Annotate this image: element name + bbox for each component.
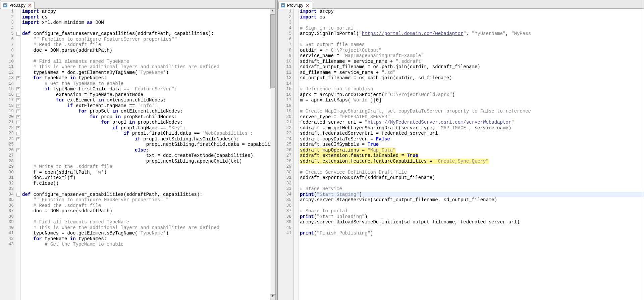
left-editor-pane: Pro33.py 1234567891011121314151617181920… <box>0 0 276 300</box>
line-number-gutter: 1234567891011121314151617181920212223242… <box>278 9 294 300</box>
fold-margin[interactable] <box>16 9 21 300</box>
svg-rect-1 <box>4 4 7 4</box>
scroll-thumb[interactable] <box>270 14 275 88</box>
tab-pro33[interactable]: Pro33.py <box>1 2 35 9</box>
scroll-track[interactable] <box>270 14 275 294</box>
fold-margin[interactable] <box>294 9 299 300</box>
close-icon[interactable] <box>28 3 32 8</box>
left-editor-body: 1234567891011121314151617181920212223242… <box>0 9 275 300</box>
code-area[interactable]: import arcpy import os # Sign in to port… <box>299 9 644 300</box>
scroll-down-button[interactable]: ▼ <box>270 294 275 300</box>
tab-label: Pro34.py <box>287 3 303 8</box>
scroll-up-button[interactable]: ▲ <box>270 9 275 14</box>
svg-rect-9 <box>282 5 284 6</box>
tab-label: Pro33.py <box>9 3 25 8</box>
close-icon[interactable] <box>305 3 310 8</box>
python-file-icon <box>3 3 8 8</box>
svg-rect-8 <box>282 5 284 5</box>
vertical-scrollbar[interactable]: ▲ ▼ <box>270 9 275 300</box>
python-file-icon <box>281 3 285 8</box>
right-editor-pane: Pro34.py 1234567891011121314151617181920… <box>278 0 644 300</box>
code-area[interactable]: import arcpy import os import xml.dom.mi… <box>21 9 270 300</box>
right-tab-bar: Pro34.py <box>278 0 644 9</box>
svg-rect-7 <box>282 4 284 4</box>
right-editor-body: 1234567891011121314151617181920212223242… <box>278 9 644 300</box>
line-number-gutter: 1234567891011121314151617181920212223242… <box>0 9 16 300</box>
svg-rect-2 <box>4 5 7 5</box>
tab-pro34[interactable]: Pro34.py <box>278 2 312 9</box>
svg-rect-3 <box>4 5 6 6</box>
left-tab-bar: Pro33.py <box>0 0 275 9</box>
